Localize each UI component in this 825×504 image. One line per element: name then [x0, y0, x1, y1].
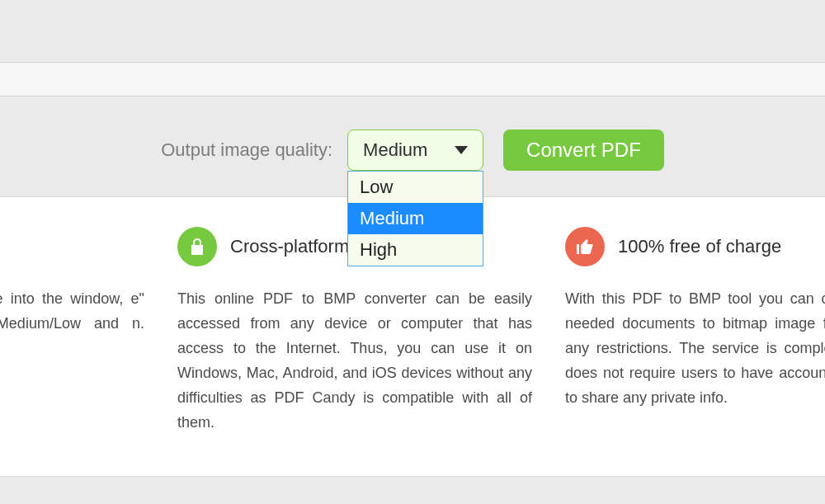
thumbs-up-icon — [565, 227, 605, 266]
section-divider — [0, 476, 825, 477]
feature-body: convert it from PDF to the file into the… — [0, 286, 144, 360]
convert-button[interactable]: Convert PDF — [503, 130, 664, 171]
lock-icon — [177, 227, 217, 266]
quality-dropdown-list: Low Medium High — [347, 171, 483, 266]
feature-pdf-to-bmp: PDF to BMP convert it from PDF to the fi… — [0, 227, 177, 435]
chevron-down-icon — [455, 146, 468, 154]
quality-option-low[interactable]: Low — [348, 172, 483, 203]
quality-option-high[interactable]: High — [348, 234, 483, 266]
feature-body: With this PDF to BMP tool you can conver… — [565, 286, 825, 410]
quality-dropdown-button[interactable]: Medium — [347, 130, 483, 171]
quality-label: Output image quality: — [161, 139, 332, 161]
feature-title: 100% free of charge — [618, 236, 781, 257]
quality-option-medium[interactable]: Medium — [348, 203, 483, 234]
feature-free: 100% free of charge With this PDF to BMP… — [565, 227, 825, 435]
feature-body: This online PDF to BMP converter can be … — [177, 286, 532, 435]
settings-bar: Output image quality: Medium Low Medium … — [0, 96, 825, 196]
quality-dropdown[interactable]: Medium Low Medium High — [347, 130, 483, 171]
upload-area-fragment — [0, 0, 825, 63]
quality-selected-value: Medium — [363, 139, 427, 161]
spacer — [0, 63, 825, 96]
